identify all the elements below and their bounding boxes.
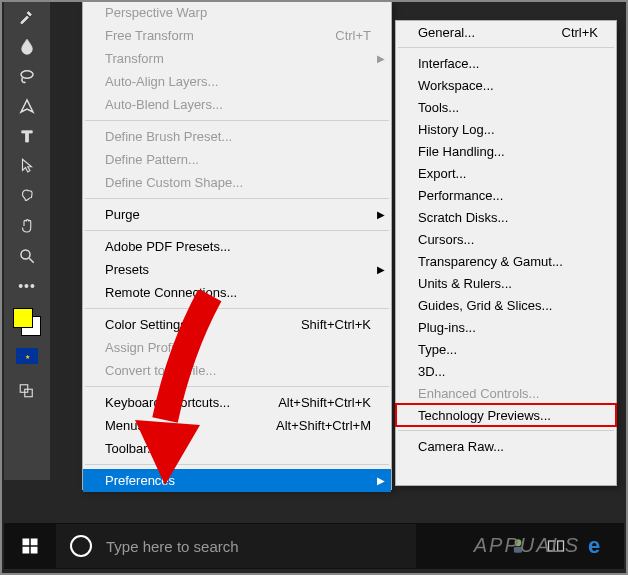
zoom-tool-icon[interactable] [15,244,39,268]
menu-item[interactable]: Adobe PDF Presets... [83,235,391,258]
path-select-tool-icon[interactable] [15,154,39,178]
svg-rect-12 [549,541,555,551]
svg-rect-11 [514,547,522,553]
menu-item-label: Remote Connections... [105,285,237,300]
start-button[interactable] [4,523,56,569]
menu-item: Define Custom Shape... [83,171,391,194]
svg-rect-7 [31,539,38,546]
menu-item[interactable]: Export... [396,162,616,184]
menu-item[interactable]: Remote Connections... [83,281,391,304]
menu-item: Transform▶ [83,47,391,70]
edge-browser-icon[interactable]: e [584,536,604,556]
menu-item: Perspective Warp [83,1,391,24]
menu-separator [85,120,389,121]
menu-item: Auto-Align Layers... [83,70,391,93]
menu-item[interactable]: File Handling... [396,140,616,162]
search-placeholder-text: Type here to search [106,538,239,555]
menu-item: Define Pattern... [83,148,391,171]
menu-item-label: 3D... [418,364,445,379]
menu-item-label: Workspace... [418,78,494,93]
menu-item-label: Auto-Blend Layers... [105,97,223,112]
menu-separator [85,198,389,199]
menu-item[interactable]: Camera Raw... [396,435,616,457]
menu-item-label: Perspective Warp [105,5,207,20]
menu-item[interactable]: Scratch Disks... [396,206,616,228]
type-tool-icon[interactable] [15,124,39,148]
menu-item[interactable]: Presets▶ [83,258,391,281]
menu-item[interactable]: Menus...Alt+Shift+Ctrl+M [83,414,391,437]
menu-item[interactable]: Color Settings...Shift+Ctrl+K [83,313,391,336]
color-swatches[interactable] [13,308,41,336]
taskbar-search[interactable]: Type here to search [56,524,416,568]
menu-item[interactable]: Workspace... [396,74,616,96]
options-icon[interactable]: ••• [15,274,39,298]
menu-item-label: Assign Profile... [105,340,195,355]
cortana-icon [70,535,92,557]
svg-rect-9 [31,547,38,554]
menu-item[interactable]: 3D... [396,360,616,382]
menu-item[interactable]: General...Ctrl+K [396,21,616,43]
menu-item-shortcut: Shift+Ctrl+K [301,317,371,332]
menu-item: Convert to Profile... [83,359,391,382]
menu-item-label: Keyboard Shortcuts... [105,395,230,410]
menu-item: Free TransformCtrl+T [83,24,391,47]
app-icon[interactable] [508,536,528,556]
submenu-arrow-icon: ▶ [377,264,385,275]
menu-separator [85,464,389,465]
screen-mode-icon[interactable] [15,378,39,402]
submenu-arrow-icon: ▶ [377,209,385,220]
menu-item-label: Adobe PDF Presets... [105,239,231,254]
menu-item-shortcut: Alt+Shift+Ctrl+K [278,395,371,410]
menu-item-label: Tools... [418,100,459,115]
menu-item[interactable]: Purge▶ [83,203,391,226]
menu-item[interactable]: Guides, Grid & Slices... [396,294,616,316]
menu-item-label: Cursors... [418,232,474,247]
menu-item-label: Units & Rulers... [418,276,512,291]
menu-item-label: Interface... [418,56,479,71]
menu-item-label: Free Transform [105,28,194,43]
pen-tool-icon[interactable] [15,94,39,118]
menu-item-label: File Handling... [418,144,505,159]
task-view-icon[interactable] [546,536,566,556]
menu-item[interactable]: Keyboard Shortcuts...Alt+Shift+Ctrl+K [83,391,391,414]
menu-item[interactable]: Toolbar... [83,437,391,460]
shape-tool-icon[interactable] [15,184,39,208]
menu-item: Auto-Blend Layers... [83,93,391,116]
windows-taskbar: Type here to search e [4,523,624,569]
menu-item-label: History Log... [418,122,495,137]
menu-item-label: Purge [105,207,140,222]
svg-rect-4 [25,389,33,397]
flag-icon: ★ [16,348,38,364]
menu-item-label: Plug-ins... [418,320,476,335]
submenu-arrow-icon: ▶ [377,53,385,64]
menu-item-label: Auto-Align Layers... [105,74,218,89]
lasso-tool-icon[interactable] [15,64,39,88]
svg-rect-3 [20,385,28,393]
menu-item: Enhanced Controls... [396,382,616,404]
menu-item-label: Enhanced Controls... [418,386,539,401]
eyedropper-tool-icon[interactable] [15,4,39,28]
menu-item-technology-previews[interactable]: Technology Previews... [396,404,616,426]
blur-tool-icon[interactable] [15,34,39,58]
menu-item-label: Scratch Disks... [418,210,508,225]
menu-item[interactable]: Interface... [396,52,616,74]
foreground-color-swatch[interactable] [13,308,33,328]
menu-item[interactable]: Transparency & Gamut... [396,250,616,272]
menu-item: Define Brush Preset... [83,125,391,148]
menu-item[interactable]: History Log... [396,118,616,140]
menu-item[interactable]: Units & Rulers... [396,272,616,294]
svg-line-2 [29,258,34,263]
hand-tool-icon[interactable] [15,214,39,238]
menu-item-label: Camera Raw... [418,439,504,454]
svg-rect-6 [23,539,30,546]
menu-item[interactable]: Preferences▶ [83,469,391,492]
menu-item[interactable]: Cursors... [396,228,616,250]
menu-item[interactable]: Plug-ins... [396,316,616,338]
menu-item[interactable]: Type... [396,338,616,360]
menu-item-label: Presets [105,262,149,277]
menu-item-label: General... [418,25,475,40]
tools-panel: ••• ★ [4,0,50,480]
menu-item[interactable]: Performance... [396,184,616,206]
menu-item-label: Define Brush Preset... [105,129,232,144]
menu-item[interactable]: Tools... [396,96,616,118]
